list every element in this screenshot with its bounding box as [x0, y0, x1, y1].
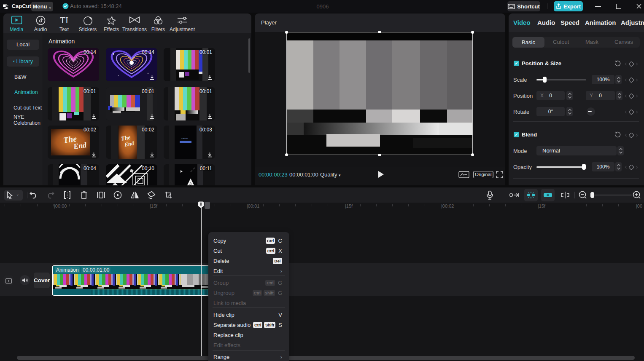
- svg-text:LOADING: LOADING: [181, 138, 188, 139]
